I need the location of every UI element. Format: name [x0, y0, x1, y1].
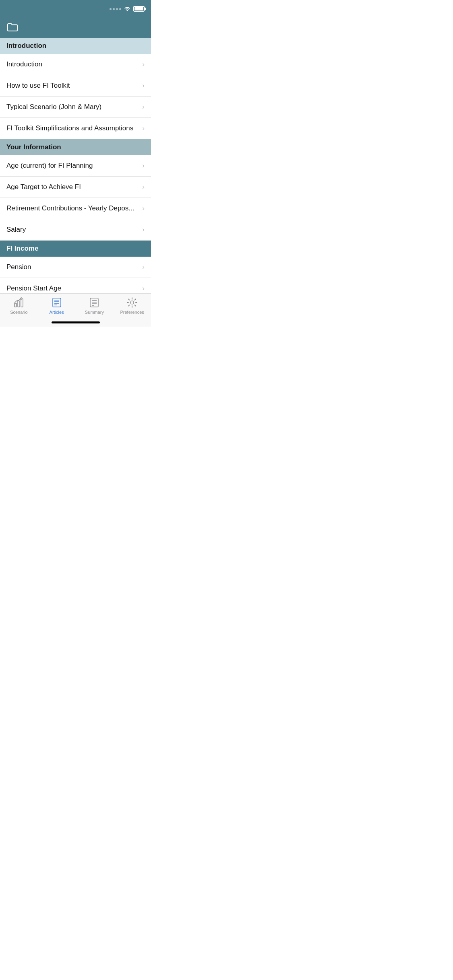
tab-scenario[interactable]: Scenario [0, 297, 38, 315]
tab-preferences[interactable]: Preferences [113, 297, 151, 315]
tab-label-preferences: Preferences [120, 310, 144, 315]
tab-icon-summary [89, 297, 100, 308]
tab-label-articles: Articles [50, 310, 64, 315]
tab-icon-preferences [126, 297, 138, 308]
status-bar [0, 0, 151, 18]
list-item-typical-scenario[interactable]: Typical Scenario (John & Mary)› [0, 97, 151, 118]
list-item-label-intro-intro: Introduction [6, 60, 139, 68]
nav-bar [0, 18, 151, 38]
list-item-pension-start-age[interactable]: Pension Start Age› [0, 278, 151, 293]
chevron-icon-pension: › [142, 263, 145, 271]
svg-rect-2 [21, 299, 23, 307]
list-item-label-age-current: Age (current) for FI Planning [6, 162, 139, 170]
list-item-how-to-use[interactable]: How to use FI Toolkit› [0, 75, 151, 97]
list-item-label-retirement-contributions: Retirement Contributions - Yearly Depos.… [6, 204, 139, 212]
chevron-icon-typical-scenario: › [142, 103, 145, 111]
folder-icon[interactable] [7, 23, 18, 33]
list-item-salary[interactable]: Salary› [0, 219, 151, 241]
tab-icon-articles [51, 297, 62, 308]
list-item-label-salary: Salary [6, 226, 139, 234]
chevron-icon-intro-intro: › [142, 60, 145, 68]
tab-label-scenario: Scenario [10, 310, 27, 315]
content-list: IntroductionIntroduction›How to use FI T… [0, 38, 151, 293]
section-header-fi-income: FI Income [0, 241, 151, 257]
list-item-age-target[interactable]: Age Target to Achieve FI› [0, 177, 151, 198]
list-item-label-age-target: Age Target to Achieve FI [6, 183, 139, 191]
svg-point-14 [130, 301, 134, 304]
svg-rect-4 [53, 298, 61, 307]
tab-articles[interactable]: Articles [38, 297, 76, 315]
chevron-icon-age-current: › [142, 162, 145, 170]
section-header-introduction: Introduction [0, 38, 151, 54]
chevron-icon-how-to-use: › [142, 82, 145, 90]
chevron-icon-pension-start-age: › [142, 284, 145, 292]
list-item-label-typical-scenario: Typical Scenario (John & Mary) [6, 103, 139, 111]
chevron-icon-age-target: › [142, 183, 145, 191]
list-item-label-pension: Pension [6, 263, 139, 271]
chevron-icon-retirement-contributions: › [142, 204, 145, 212]
list-item-pension[interactable]: Pension› [0, 257, 151, 278]
battery-icon [133, 6, 145, 12]
signal-dots-icon [110, 8, 121, 10]
list-item-intro-intro[interactable]: Introduction› [0, 54, 151, 75]
chevron-icon-salary: › [142, 226, 145, 234]
section-header-your-information: Your Information [0, 139, 151, 155]
list-item-label-pension-start-age: Pension Start Age [6, 284, 139, 292]
home-indicator [52, 321, 100, 323]
list-item-label-how-to-use: How to use FI Toolkit [6, 82, 139, 90]
list-item-label-fi-toolkit-simplifications: FI Toolkit Simplifications and Assumptio… [6, 124, 139, 132]
tab-summary[interactable]: Summary [76, 297, 114, 315]
chevron-icon-fi-toolkit-simplifications: › [142, 124, 145, 132]
wifi-icon [124, 6, 131, 12]
list-item-retirement-contributions[interactable]: Retirement Contributions - Yearly Depos.… [0, 198, 151, 219]
tab-label-summary: Summary [85, 310, 104, 315]
status-icons [110, 6, 145, 12]
list-item-age-current[interactable]: Age (current) for FI Planning› [0, 155, 151, 177]
list-item-fi-toolkit-simplifications[interactable]: FI Toolkit Simplifications and Assumptio… [0, 118, 151, 139]
svg-rect-1 [18, 301, 20, 307]
svg-rect-0 [14, 303, 17, 307]
tab-icon-scenario [13, 297, 25, 308]
